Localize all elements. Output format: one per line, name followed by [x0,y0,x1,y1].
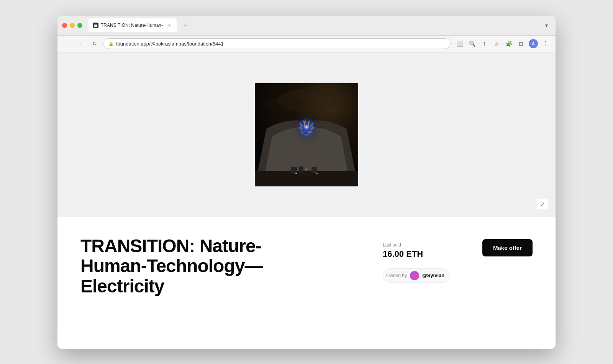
search-button[interactable]: 🔍 [467,38,477,49]
share-icon: ↑ [483,40,486,47]
svg-rect-4 [291,167,297,173]
bookmark-button[interactable]: ☆ [491,38,502,49]
toolbar-icons: ⬜ 🔍 ↑ ☆ 🧩 ⊡ A ⋮ [454,38,551,49]
price-block: Last sold 16.00 ETH [383,239,452,259]
avatar: A [529,39,538,48]
maximize-window-button[interactable] [77,23,82,28]
lock-icon: 🔒 [108,41,114,46]
back-button[interactable]: ‹ [62,39,72,49]
browser-menu-button[interactable]: ⋮ [540,39,551,49]
price-value: 16.00 ETH [383,249,423,259]
owned-by-block[interactable]: Owned by @Sylvian [383,268,450,283]
minimize-window-button[interactable] [70,23,75,28]
svg-point-8 [316,173,318,174]
cast-button[interactable]: ⬜ [454,38,465,49]
puzzle-icon: 🧩 [506,41,512,47]
reload-button[interactable]: ↻ [90,39,100,49]
last-sold-label: Last sold [383,242,401,248]
tab-title: TRANSITION: Nature-Human- [101,23,163,28]
image-section: ⤢ [57,52,556,217]
forward-icon: › [80,41,82,47]
traffic-lights [62,23,82,28]
artwork-image [255,83,358,186]
share-button[interactable]: ↑ [479,38,490,49]
make-offer-button[interactable]: Make offer [482,239,533,256]
split-view-button[interactable]: ⊡ [516,38,526,49]
browser-window: TRANSITION: Nature-Human- ✕ + ▾ ‹ › ↻ 🔒 … [57,16,556,349]
extensions-button[interactable]: 🧩 [503,38,514,49]
cast-icon: ⬜ [457,41,463,47]
owner-name: @Sylvian [422,273,444,278]
profile-button[interactable]: A [528,38,539,49]
browser-tab[interactable]: TRANSITION: Nature-Human- ✕ [89,18,177,32]
svg-point-2 [266,96,305,112]
close-window-button[interactable] [62,23,67,28]
svg-point-7 [295,173,297,174]
svg-rect-3 [255,171,358,186]
star-icon: ☆ [494,41,499,47]
artwork-title: TRANSITION: Nature-Human-Technology— Ele… [80,236,272,297]
svg-rect-5 [299,166,303,173]
page-content: ⤢ TRANSITION: Nature-Human-Technology— E… [57,52,556,349]
search-icon: 🔍 [469,41,475,47]
svg-point-9 [306,168,307,170]
title-block: TRANSITION: Nature-Human-Technology— Ele… [80,236,367,297]
title-bar: TRANSITION: Nature-Human- ✕ + ▾ [57,16,556,36]
back-icon: ‹ [66,41,68,47]
artwork-svg [255,83,358,186]
window-menu-button[interactable]: ▾ [542,21,551,30]
split-view-icon: ⊡ [519,41,523,47]
svg-point-14 [306,126,307,127]
new-tab-button[interactable]: + [180,20,190,31]
url-bar[interactable]: 🔒 foundation.app/@pokraslampas/foundatio… [103,38,451,49]
reload-icon: ↻ [92,41,97,47]
forward-button[interactable]: › [76,39,86,49]
expand-icon: ⤢ [540,201,545,207]
tab-close-button[interactable]: ✕ [167,23,172,28]
owned-by-label: Owned by [386,273,407,278]
info-section: TRANSITION: Nature-Human-Technology— Ele… [57,217,556,349]
svg-rect-6 [311,167,317,173]
action-block: Make offer [482,236,533,256]
tab-favicon-icon [93,23,98,28]
url-text: foundation.app/@pokraslampas/foundation/… [116,41,224,47]
address-bar: ‹ › ↻ 🔒 foundation.app/@pokraslampas/fou… [57,36,556,52]
owner-avatar [410,271,419,280]
expand-button[interactable]: ⤢ [537,199,548,209]
